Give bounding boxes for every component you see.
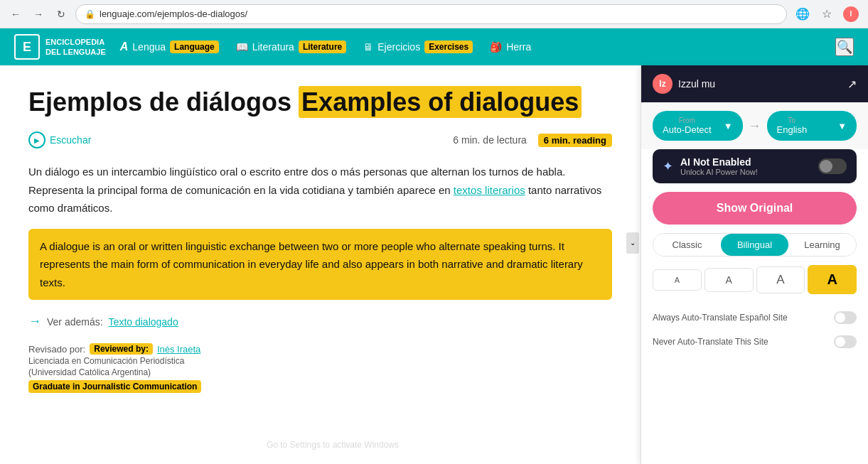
nav-badge-literature: Literature xyxy=(299,41,346,53)
nav-item-lengua[interactable]: A Lengua Language xyxy=(120,41,219,53)
grad-badge: Graduate in Journalistic Communication xyxy=(28,380,201,393)
ai-toggle-switch[interactable] xyxy=(818,158,847,174)
translate-icon-btn[interactable]: 🌐 xyxy=(793,4,813,24)
content-area: Ejemplos de diálogos Examples of dialogu… xyxy=(0,65,641,464)
tab-bilingual[interactable]: Bilingual xyxy=(721,234,788,256)
listen-label: Escuchar xyxy=(50,134,91,146)
bookmark-icon-btn[interactable]: ☆ xyxy=(817,4,837,24)
tab-classic[interactable]: Classic xyxy=(653,234,721,256)
page-title: Ejemplos de diálogos Examples of dialogu… xyxy=(28,87,612,117)
lang-direction-arrow: → xyxy=(749,119,761,134)
nav-item-literatura[interactable]: 📖 Literatura Literature xyxy=(236,41,347,53)
nav-badge-exercises: Exercises xyxy=(424,41,473,53)
language-selector-row: From Auto-Detect ▼ → To English ▼ xyxy=(641,102,868,149)
auto-translate-label: Always Auto-Translate Español Site xyxy=(653,313,788,323)
logo-text: ENCICLOPEDIA DEL LENGUAJE xyxy=(45,37,106,58)
language-icon: A xyxy=(120,41,129,53)
article-body: Un diálogo es un intercambio lingüístico… xyxy=(28,163,612,217)
reviewer-name[interactable]: Inés Iraeta xyxy=(157,344,200,355)
popup-user: Iz Izzul mu xyxy=(653,74,715,94)
nav-label-ejercicios: Ejercicios xyxy=(377,41,420,53)
scroll-down-button[interactable]: ⌄ xyxy=(626,232,639,254)
forward-button[interactable]: → xyxy=(30,6,47,23)
user-name: Izzul mu xyxy=(678,78,715,90)
profile-icon-btn[interactable]: I xyxy=(841,4,861,24)
title-translated: Examples of dialogues xyxy=(299,86,582,118)
monitor-icon: 🖥 xyxy=(363,41,373,53)
popup-header: Iz Izzul mu ↗ xyxy=(641,65,868,102)
auto-translate-row: Always Auto-Translate Español Site xyxy=(641,306,868,330)
ai-title: AI Not Enabled xyxy=(680,156,811,168)
play-icon: ▶ xyxy=(28,131,45,149)
see-also: → Ver además: Texto dialogado xyxy=(28,314,612,329)
mini-toggle-knob xyxy=(835,313,845,323)
reviewed-desc1: Licenciada en Comunicación Periodística xyxy=(28,356,612,366)
site-header: E ENCICLOPEDIA DEL LENGUAJE A Lengua Lan… xyxy=(0,28,868,65)
ai-subtitle: Unlock AI Power Now! xyxy=(680,168,811,176)
url-bar[interactable]: 🔒 lenguaje.com/ejemplos-de-dialogos/ xyxy=(75,4,787,24)
arrow-right-icon: → xyxy=(28,314,41,329)
nav-label-herra: Herra xyxy=(506,41,531,53)
reload-button[interactable]: ↻ xyxy=(53,6,70,23)
never-translate-label: Never Auto-Translate This Site xyxy=(653,337,768,347)
logo-icon: E xyxy=(14,34,40,60)
windows-watermark: Go to Settings to activate Windows xyxy=(267,440,399,450)
header-search-button[interactable]: 🔍 xyxy=(835,38,854,56)
backpack-icon: 🎒 xyxy=(490,41,502,53)
mini-toggle-knob-2 xyxy=(835,337,845,347)
translation-mode-tabs: Classic Bilingual Learning xyxy=(653,233,857,257)
see-also-link[interactable]: Texto dialogado xyxy=(109,316,178,328)
browser-icons: 🌐 ☆ I xyxy=(793,4,861,24)
ai-star-icon: ✦ xyxy=(663,158,673,174)
reviewed-label: Revisado por: xyxy=(28,344,85,355)
nav-badge-language: Language xyxy=(170,41,219,53)
nav-item-ejercicios[interactable]: 🖥 Ejercicios Exercises xyxy=(363,41,473,53)
font-size-medium[interactable]: A xyxy=(704,268,754,292)
site-logo[interactable]: E ENCICLOPEDIA DEL LENGUAJE xyxy=(14,34,106,60)
nav-label-lengua: Lengua xyxy=(132,41,166,53)
font-size-small[interactable]: A xyxy=(653,269,702,291)
translator-popup: Iz Izzul mu ↗ From Auto-Detect ▼ → To En… xyxy=(641,65,868,464)
font-size-large[interactable]: A xyxy=(756,266,805,293)
read-time-bar: ▶ Escuchar 6 min. de lectura 6 min. read… xyxy=(28,131,612,149)
read-time-original: 6 min. de lectura xyxy=(453,134,527,146)
book-icon: 📖 xyxy=(236,41,248,53)
listen-button[interactable]: ▶ Escuchar xyxy=(28,131,91,149)
auto-translate-toggle[interactable] xyxy=(834,311,857,324)
show-original-button[interactable]: Show Original xyxy=(653,192,857,225)
toggle-knob xyxy=(820,160,832,173)
share-button[interactable]: ↗ xyxy=(847,77,857,91)
font-size-xlarge[interactable]: A xyxy=(808,265,857,294)
reviewed-section: Revisado por: Reviewed by: Inés Iraeta L… xyxy=(28,343,612,393)
reviewed-badge: Reviewed by: xyxy=(90,343,153,355)
reviewed-desc2: (Universidad Católica Argentina) xyxy=(28,367,612,377)
to-language-button[interactable]: To English ▼ xyxy=(767,111,857,141)
ai-toggle-row: ✦ AI Not Enabled Unlock AI Power Now! xyxy=(653,149,857,183)
ai-text-block: AI Not Enabled Unlock AI Power Now! xyxy=(680,156,811,176)
back-button[interactable]: ← xyxy=(7,6,24,23)
font-size-row: A A A A xyxy=(653,265,857,294)
never-translate-row: Never Auto-Translate This Site xyxy=(641,330,868,354)
article-link-textos[interactable]: textos literarios xyxy=(454,184,525,196)
reviewed-row: Revisado por: Reviewed by: Inés Iraeta xyxy=(28,343,612,355)
tab-learning[interactable]: Learning xyxy=(788,234,856,256)
browser-chrome: ← → ↻ 🔒 lenguaje.com/ejemplos-de-dialogo… xyxy=(0,0,868,28)
nav-label-literatura: Literatura xyxy=(252,41,294,53)
nav-item-herramientas[interactable]: 🎒 Herra xyxy=(490,41,531,53)
read-time-translated: 6 min. reading xyxy=(538,134,612,147)
main-area: Ejemplos de diálogos Examples of dialogu… xyxy=(0,65,868,464)
chevron-down-icon: ▼ xyxy=(837,121,847,131)
never-translate-toggle[interactable] xyxy=(834,335,857,348)
main-nav: A Lengua Language 📖 Literatura Literatur… xyxy=(120,41,821,53)
user-avatar: Iz xyxy=(653,74,673,94)
chevron-down-icon: ▼ xyxy=(724,121,733,131)
translated-block: A dialogue is an oral or written linguis… xyxy=(28,229,612,301)
from-language-button[interactable]: From Auto-Detect ▼ xyxy=(653,111,743,141)
